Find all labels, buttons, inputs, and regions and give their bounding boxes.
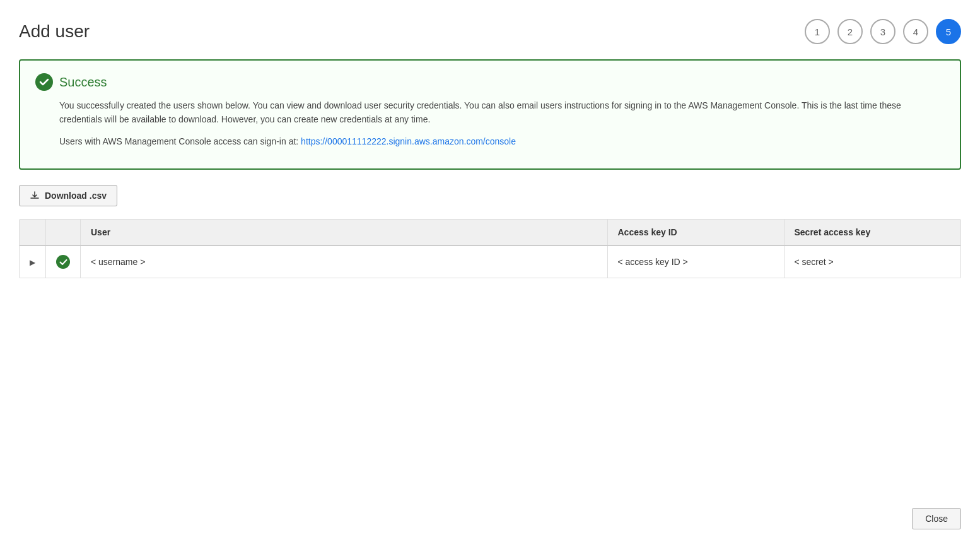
table-row: ▶ < username > < access key ID > < secre…: [20, 245, 960, 278]
success-body-line1: You successfully created the users shown…: [59, 98, 945, 127]
secret-access-key-cell: < secret >: [784, 245, 960, 278]
col-header-user: User: [81, 220, 608, 245]
success-box: Success You successfully created the use…: [19, 59, 961, 170]
step-2[interactable]: 2: [837, 19, 863, 44]
table-container: User Access key ID Secret access key ▶: [19, 219, 961, 278]
col-header-expand: [20, 220, 46, 245]
header: Add user 1 2 3 4 5: [19, 19, 961, 44]
success-body: You successfully created the users shown…: [59, 98, 945, 148]
success-icon: [35, 73, 53, 91]
download-icon: [30, 191, 40, 201]
expand-arrow-icon[interactable]: ▶: [30, 258, 35, 267]
step-3[interactable]: 3: [870, 19, 895, 44]
step-4[interactable]: 4: [903, 19, 928, 44]
table-header-row: User Access key ID Secret access key: [20, 220, 960, 245]
user-cell: < username >: [81, 245, 608, 278]
status-cell: [46, 245, 81, 278]
col-header-status: [46, 220, 81, 245]
success-header: Success: [35, 73, 945, 91]
page-title: Add user: [19, 21, 90, 42]
signin-url-link[interactable]: https://000011112222.signin.aws.amazon.c…: [301, 136, 516, 146]
close-button[interactable]: Close: [912, 508, 961, 529]
success-title: Success: [59, 75, 107, 90]
col-header-secret-access-key: Secret access key: [784, 220, 960, 245]
row-status-icon: [56, 255, 70, 269]
steps-container: 1 2 3 4 5: [805, 19, 961, 44]
download-csv-button[interactable]: Download .csv: [19, 185, 117, 206]
footer: Close: [912, 508, 961, 529]
success-body-line2: Users with AWS Management Console access…: [59, 134, 945, 148]
users-table: User Access key ID Secret access key ▶: [20, 220, 960, 278]
step-5[interactable]: 5: [936, 19, 961, 44]
expand-cell[interactable]: ▶: [20, 245, 46, 278]
step-1[interactable]: 1: [805, 19, 830, 44]
page-container: Add user 1 2 3 4 5: [0, 0, 980, 542]
col-header-access-key-id: Access key ID: [607, 220, 784, 245]
access-key-id-cell: < access key ID >: [607, 245, 784, 278]
